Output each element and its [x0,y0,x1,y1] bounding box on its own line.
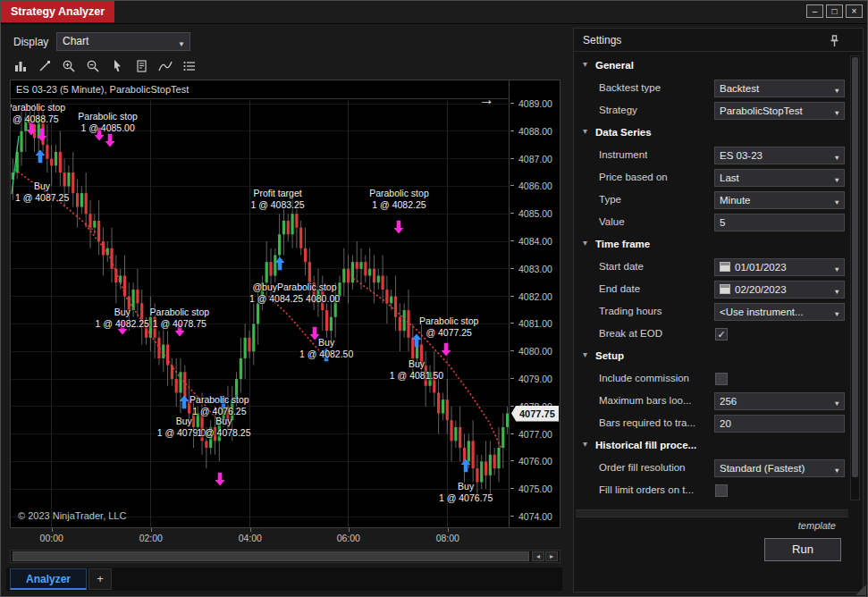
chart-h-scrollbar-thumb[interactable] [13,551,529,561]
scroll-right-button[interactable]: ▸ [545,551,558,561]
scroll-left-button[interactable]: ◂ [532,551,544,561]
toolbar-chart-style-button[interactable] [10,55,31,77]
price-tick-label: 4083.00 [518,264,552,274]
tick-mark [510,158,514,159]
setting-label: Break at EOD [599,328,662,339]
stop-arrow-icon [393,220,403,237]
grid-divider [576,509,848,517]
maximize-button[interactable]: □ [826,4,843,18]
category-label: Setup [595,350,624,361]
backtest-type-dropdown[interactable]: Backtest▼ [714,80,845,97]
bars-required-to-tra-input[interactable]: 20 [714,415,845,433]
settings-row-start-date: Start date01/01/2023▼ [576,256,848,279]
strategy-dropdown[interactable]: ParabolicStopTest▼ [714,102,845,120]
time-tick-mark [349,528,350,532]
price-tick-label: 4085.00 [518,208,552,219]
toolbar-regression-button[interactable] [155,55,176,77]
cursor-icon [110,59,124,73]
scroll-to-latest-icon[interactable]: → [479,91,494,109]
setting-label: Fill limit orders on t... [599,484,694,495]
titlebar[interactable]: Strategy Analyzer – □ × [1,1,867,24]
settings-row-end-date: End date02/20/2023▼ [576,279,848,301]
maximum-bars-loo-dropdown[interactable]: 256▼ [714,392,845,410]
dropdown-value: Last [720,172,739,183]
toolbar-report-button[interactable] [131,55,152,77]
price-tick-label: 4079.00 [518,374,552,384]
collapse-arrow-icon[interactable]: ▾ [583,126,587,136]
collapse-arrow-icon[interactable]: ▾ [583,349,587,359]
toolbar-zoom-out-button[interactable] [82,55,104,77]
tick-mark [510,433,514,434]
toolbar-zoom-in-button[interactable] [58,55,80,77]
instrument-dropdown[interactable]: ES 03-23▼ [714,147,845,164]
tick-mark [510,350,514,351]
price-tick-label: 4088.00 [518,126,552,137]
last-price-marker: 4077.75 [511,406,559,422]
setting-label: End date [599,283,640,294]
resize-grip[interactable] [855,584,866,595]
price-tick: 4089.00 [510,98,560,109]
toolbar-cursor-button[interactable] [106,55,128,77]
pin-icon[interactable] [830,33,839,56]
trade-label: Parabolic stop@ 4077.25 [419,315,479,339]
tab-analyzer[interactable]: Analyzer [10,568,87,590]
setting-label: Include commission [599,373,689,383]
include-commission-checkbox[interactable] [715,373,728,385]
template-link[interactable]: template [798,520,836,531]
data-list-icon [182,59,197,73]
tick-mark [510,213,514,214]
value-input[interactable]: 5 [714,214,845,231]
collapse-arrow-icon[interactable]: ▾ [583,439,587,449]
add-tab-button[interactable]: + [88,568,112,590]
time-axis[interactable]: 00:0002:0004:0006:0008:00 [11,530,510,546]
chevron-down-icon: ▼ [834,83,840,97]
collapse-arrow-icon[interactable]: ▾ [583,59,587,69]
stop-arrow-icon [105,133,114,150]
window-controls: – □ × [806,4,863,18]
trade-label: Buy1 @ 4076.75 [439,481,493,504]
time-tick-mark [52,528,53,532]
input-value: 5 [720,217,725,228]
collapse-arrow-icon[interactable]: ▾ [583,238,587,248]
display-label: Display [13,36,48,48]
settings-scrollbar-thumb[interactable] [852,57,858,477]
tick-mark [510,268,514,269]
price-axis[interactable]: 4077.75 4089.004088.004087.004086.004085… [510,80,560,527]
setting-label: Order fill resolution [599,462,686,473]
setting-label: Instrument [599,149,647,160]
tick-mark [510,488,514,489]
chevron-down-icon: ▼ [834,284,840,298]
chart-plot[interactable]: ES 03-23 (5 Minute), ParabolicStopTest P… [11,80,510,527]
break-at-eod-checkbox[interactable]: ✓ [715,328,728,341]
date-value: 02/20/2023 [735,284,787,295]
run-button[interactable]: Run [764,538,841,561]
toolbar-data-list-button[interactable] [179,55,200,77]
trade-label: @buyParabolic stop1 @ 4084.25 4080.00 [249,282,340,305]
trading-hours-dropdown[interactable]: <Use instrument...▼ [714,303,845,321]
settings-category-general: ▾General [576,55,848,78]
price-tick: 4085.00 [510,208,560,219]
price-tick: 4076.00 [510,456,560,467]
fill-limit-orders-on-t-checkbox[interactable] [715,484,728,497]
settings-scrollbar[interactable] [850,55,860,500]
order-fill-resolution-dropdown[interactable]: Standard (Fastest)▼ [714,459,845,477]
settings-category-historical-fill-proce: ▾Historical fill proce... [576,435,848,458]
toolbar-drawing-tools-button[interactable] [34,55,55,77]
start-date-picker[interactable]: 01/01/2023▼ [714,258,845,276]
minimize-button[interactable]: – [806,4,823,18]
chart-h-scrollbar[interactable]: ◂ ▸ [10,550,560,563]
type-dropdown[interactable]: Minute▼ [714,191,845,209]
setting-label: Strategy [599,105,637,115]
settings-row-break-at-eod: Break at EOD✓ [576,324,848,346]
display-dropdown[interactable]: Chart ▼ [56,32,190,51]
chevron-down-icon: ▼ [834,262,840,276]
end-date-picker[interactable]: 02/20/2023▼ [714,281,845,298]
price-tick: 4086.00 [510,181,560,191]
trade-label: Profit target1 @ 4083.25 [250,188,304,211]
price-tick: 4088.00 [510,126,560,137]
input-value: 20 [720,418,731,429]
price-based-on-dropdown[interactable]: Last▼ [714,169,845,187]
chevron-down-icon: ▼ [834,172,840,187]
close-button[interactable]: × [846,4,863,18]
price-tick-label: 4087.00 [518,154,552,164]
